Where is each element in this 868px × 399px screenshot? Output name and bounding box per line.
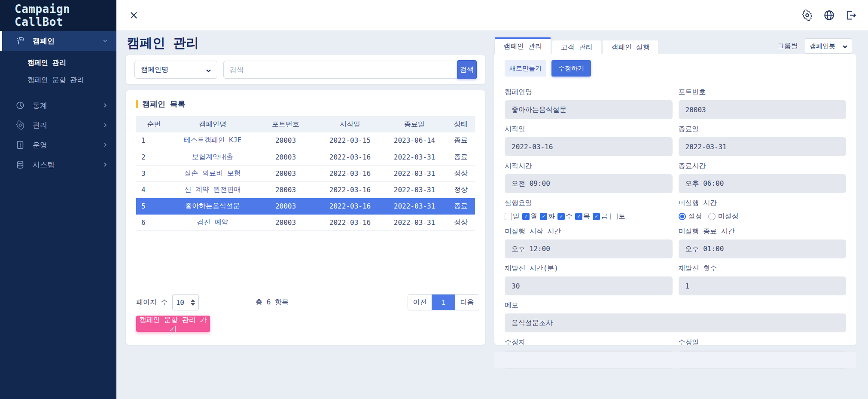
next-page-button[interactable]: 다음 [455, 295, 479, 310]
radio-set[interactable]: 설정 [679, 212, 702, 221]
field-label: 미실행 시간 [679, 199, 847, 208]
campaign-list-panel: 캠페인 목록 순번 캠페인명 포트번호 시작일 종료일 상태 1 [126, 90, 485, 345]
pie-chart-icon [15, 101, 25, 110]
chevron-right-icon [103, 160, 108, 169]
status-badge: 정상 [447, 181, 475, 198]
table-row[interactable]: 3 실손 의료비 보험 20003 2022-03-16 2022-03-31 … [136, 165, 475, 181]
sidebar-subitem-campaign-manage[interactable]: 캠페인 관리 [0, 54, 116, 71]
column-header: 종료일 [382, 116, 447, 132]
checkbox-mon[interactable]: 월 [522, 212, 537, 221]
checkbox-fri[interactable]: 금 [593, 212, 608, 221]
redial-interval-field[interactable]: 30 [505, 276, 673, 295]
app-logo: Campaign CallBot [0, 0, 116, 31]
chevron-down-icon [842, 43, 847, 49]
sidebar-item-system[interactable]: 시스템 [0, 155, 116, 175]
sidebar-item-management[interactable]: 관리 [0, 115, 116, 135]
port-number-field[interactable]: 20003 [679, 100, 847, 119]
search-input[interactable] [223, 61, 457, 79]
prev-page-button[interactable]: 이전 [408, 295, 432, 310]
settings-gear-icon[interactable] [801, 9, 813, 21]
close-icon[interactable] [128, 9, 140, 21]
chevron-right-icon [103, 141, 108, 149]
checkbox-icon [593, 213, 600, 220]
start-time-field[interactable]: 오전 09:00 [505, 174, 673, 193]
checkbox-icon [610, 213, 618, 220]
tab-campaign-manage[interactable]: 캠페인 관리 [494, 37, 551, 54]
radio-icon [708, 213, 716, 220]
field-label: 시작시간 [505, 162, 673, 171]
memo-field[interactable]: 음식설문조사 [505, 313, 846, 332]
checkbox-icon [540, 213, 547, 220]
campaign-name-field[interactable]: 좋아하는음식설문 [505, 100, 673, 119]
search-button[interactable]: 검색 [457, 60, 477, 79]
field-label: 시작일 [505, 125, 673, 134]
checkbox-wed[interactable]: 수 [557, 212, 573, 221]
chevron-down-icon [103, 37, 108, 45]
page-number-button[interactable]: 1 [432, 295, 455, 310]
field-label: 종료일 [679, 125, 847, 134]
page-size-stepper[interactable]: 10 [172, 294, 199, 310]
table-row-selected[interactable]: 5 좋아하는음식설문 20003 2022-03-16 2022-03-31 종… [136, 198, 475, 214]
campaign-table-header: 순번 캠페인명 포트번호 시작일 종료일 상태 [136, 116, 475, 132]
topbar-actions [801, 9, 857, 21]
skip-start-time-field[interactable]: 오후 12:00 [505, 239, 673, 258]
field-label: 실행요일 [505, 199, 673, 208]
redial-count-field[interactable]: 1 [679, 276, 847, 295]
checkbox-sun[interactable]: 일 [505, 212, 520, 221]
globe-language-icon[interactable] [823, 9, 835, 21]
chevron-down-icon [206, 67, 211, 72]
list-section-title: 캠페인 목록 [136, 99, 475, 109]
end-time-field[interactable]: 오후 06:00 [679, 174, 847, 193]
start-date-field[interactable]: 2022-03-16 [505, 137, 673, 156]
sidebar-subitem-campaign-question-manage[interactable]: 캠페인 문항 관리 [0, 71, 116, 89]
field-label: 수정자 [505, 338, 673, 347]
status-badge: 정상 [447, 214, 475, 230]
sidebar-item-label: 시스템 [33, 160, 55, 170]
detail-actions: 새로만들기 수정하기 [494, 54, 856, 82]
table-row[interactable]: 1 테스트캠페인 KJE 20003 2022-03-15 2023-06-14… [136, 132, 475, 149]
logout-icon[interactable] [845, 9, 857, 21]
checkbox-thu[interactable]: 목 [575, 212, 590, 221]
column-header: 캠페인명 [172, 116, 253, 132]
radio-unset[interactable]: 미설정 [708, 212, 739, 221]
checkbox-sat[interactable]: 토 [610, 212, 625, 221]
total-count-label: 총 6 항목 [256, 298, 289, 307]
tab-campaign-run[interactable]: 캠페인 실행 [602, 40, 659, 54]
stepper-arrows [191, 299, 195, 306]
checkbox-icon [557, 213, 565, 220]
chevron-right-icon [103, 121, 108, 129]
stepper-down-icon[interactable] [191, 303, 195, 306]
sidebar-item-label: 관리 [33, 120, 47, 130]
group-select-value: 캠페인봇 [810, 42, 835, 50]
column-header: 시작일 [318, 116, 382, 132]
horizontal-scrollbar[interactable] [494, 352, 856, 368]
status-badge: 종료 [447, 149, 475, 165]
create-new-button[interactable]: 새로만들기 [505, 60, 546, 77]
sidebar-item-statistics[interactable]: 통계 [0, 95, 116, 115]
table-row[interactable]: 6 검진 예약 20003 2022-03-16 2022-03-31 정상 [136, 214, 475, 230]
sidebar-item-operation[interactable]: 운영 [0, 135, 116, 155]
stepper-up-icon[interactable] [191, 299, 195, 302]
field-label: 재발신 시간(분) [505, 264, 673, 273]
field-label: 수정일 [679, 338, 847, 347]
goto-question-manage-button[interactable]: 캠페인 문항 관리 가기 [136, 316, 210, 332]
field-label: 메모 [505, 301, 846, 310]
tab-customer-manage[interactable]: 고객 관리 [552, 40, 602, 54]
table-row[interactable]: 2 보험계약대출 20003 2022-03-16 2022-03-31 종료 [136, 149, 475, 165]
search-filter-select[interactable]: 캠페인명 [134, 61, 217, 79]
title-accent-bar [136, 100, 138, 108]
checkbox-tue[interactable]: 화 [540, 212, 555, 221]
update-button[interactable]: 수정하기 [551, 60, 591, 77]
sidebar-item-campaign[interactable]: 캠페인 [0, 31, 116, 51]
skip-end-time-field[interactable]: 오후 01:00 [679, 239, 847, 258]
checkbox-icon [505, 213, 512, 220]
detail-column: 캠페인 관리 고객 관리 캠페인 실행 그룹별 캠페인봇 [494, 31, 856, 362]
table-row[interactable]: 4 신 계약 완전판매 20003 2022-03-16 2022-03-31 … [136, 181, 475, 198]
end-date-field[interactable]: 2022-03-31 [679, 137, 847, 156]
group-select[interactable]: 캠페인봇 [805, 38, 852, 54]
checkbox-icon [575, 213, 582, 220]
group-filter-label: 그룹별 [777, 42, 798, 51]
field-label: 재발신 횟수 [679, 264, 847, 273]
campaign-detail-panel: 새로만들기 수정하기 캠페인명 좋아하는음식설문 포트번호 20003 [494, 54, 856, 345]
field-label: 미실행 시작 시간 [505, 227, 673, 236]
